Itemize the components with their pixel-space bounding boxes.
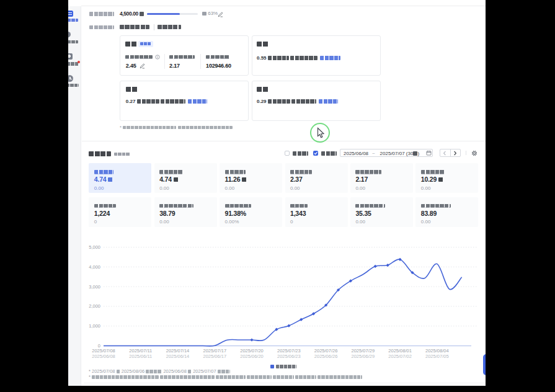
svg-text:4,000: 4,000 bbox=[89, 264, 100, 270]
svg-text:2025/07/08: 2025/07/08 bbox=[92, 348, 115, 354]
svg-text:2025/07/02: 2025/07/02 bbox=[388, 354, 412, 359]
svg-text:2025/06/11: 2025/06/11 bbox=[129, 354, 152, 359]
svg-text:5,000: 5,000 bbox=[89, 244, 100, 250]
svg-text:2025/07/20: 2025/07/20 bbox=[240, 348, 264, 354]
svg-text:2025/06/08: 2025/06/08 bbox=[92, 354, 115, 359]
svg-text:2025/08/04: 2025/08/04 bbox=[425, 348, 449, 354]
svg-text:1,000: 1,000 bbox=[89, 323, 100, 329]
svg-text:3,000: 3,000 bbox=[89, 284, 100, 290]
svg-text:2025/06/17: 2025/06/17 bbox=[203, 354, 227, 359]
svg-text:2025/07/17: 2025/07/17 bbox=[203, 348, 227, 354]
svg-text:2025/07/26: 2025/07/26 bbox=[314, 348, 338, 354]
svg-text:2025/07/11: 2025/07/11 bbox=[129, 348, 152, 354]
svg-text:2025/07/05: 2025/07/05 bbox=[425, 354, 449, 359]
svg-text:2025/06/29: 2025/06/29 bbox=[352, 354, 375, 359]
svg-text:2,000: 2,000 bbox=[89, 303, 100, 309]
svg-text:2025/08/01: 2025/08/01 bbox=[388, 348, 412, 354]
svg-text:2025/06/23: 2025/06/23 bbox=[277, 354, 301, 359]
svg-text:2025/06/14: 2025/06/14 bbox=[166, 354, 190, 359]
svg-text:2025/07/29: 2025/07/29 bbox=[352, 348, 375, 354]
svg-text:2025/06/20: 2025/06/20 bbox=[240, 354, 264, 359]
svg-text:2025/07/23: 2025/07/23 bbox=[277, 348, 301, 354]
svg-text:2025/07/14: 2025/07/14 bbox=[166, 348, 190, 354]
svg-text:2025/06/26: 2025/06/26 bbox=[314, 354, 338, 359]
